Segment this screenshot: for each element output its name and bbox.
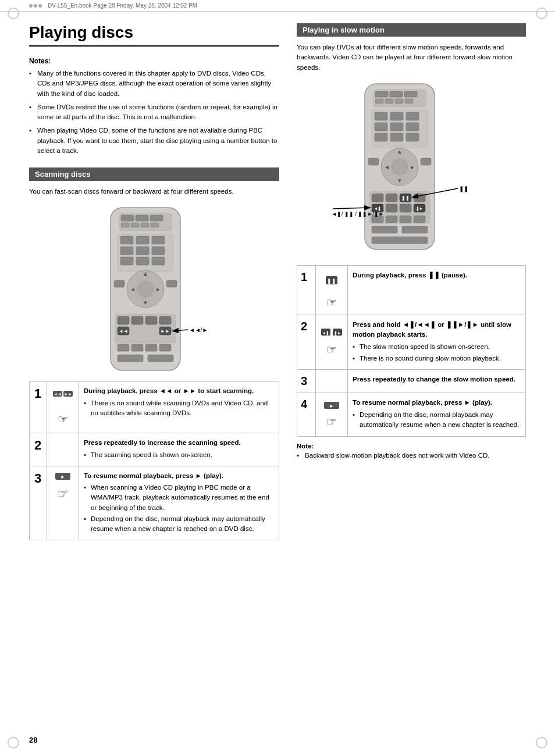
scanning-step-2: 2 Press repeatedly to increase the scann…: [30, 433, 279, 466]
notes-section: Notes: Many of the functions covered in …: [29, 57, 279, 156]
sm-step-3-num: 3: [297, 369, 316, 393]
svg-rect-5: [121, 223, 129, 227]
main-content: Playing discs Notes: Many of the functio…: [0, 12, 555, 558]
slow-motion-remote-container: ▲ ▼ ◄ ► ❚: [297, 81, 526, 257]
svg-rect-57: [375, 99, 383, 104]
svg-rect-18: [152, 257, 165, 265]
svg-rect-87: [386, 204, 397, 212]
sm-step-1-icon: ❚❚ ☞: [316, 265, 348, 315]
svg-rect-40: [118, 355, 143, 362]
right-column: Playing in slow motion You can play DVDs…: [297, 23, 526, 540]
slow-motion-steps-table: 1 ❚❚ ☞ During playback, p: [297, 265, 526, 437]
svg-text:►: ►: [61, 474, 66, 480]
scanning-step-1-text: During playback, press ◄◄ or ►► to start…: [79, 381, 279, 433]
svg-text:►: ►: [410, 164, 415, 170]
slow-motion-step-3: 3 Press repeatedly to change the slow mo…: [297, 369, 526, 393]
svg-rect-38: [145, 344, 157, 351]
svg-rect-12: [152, 236, 165, 244]
svg-text:☞: ☞: [58, 413, 68, 426]
slow-motion-header: Playing in slow motion: [297, 23, 526, 37]
note-item-3: When playing Video CD, some of the funct…: [29, 126, 279, 156]
svg-rect-36: [118, 344, 129, 351]
svg-rect-4: [150, 215, 163, 221]
svg-text:❚►: ❚►: [334, 331, 341, 336]
slow-motion-desc: You can play DVDs at four different slow…: [297, 42, 526, 73]
page-number: 28: [29, 736, 37, 744]
svg-text:►►: ►►: [64, 392, 72, 396]
svg-rect-8: [151, 223, 159, 227]
svg-rect-17: [136, 257, 149, 265]
svg-text:☞: ☞: [58, 487, 68, 500]
svg-text:❚❚: ❚❚: [401, 195, 410, 201]
slow-motion-step-1: 1 ❚❚ ☞ During playback, p: [297, 265, 526, 315]
scanning-section: Scanning discs You can fast-scan discs f…: [29, 167, 279, 540]
sm-step-1-num: 1: [297, 265, 316, 315]
svg-rect-97: [372, 237, 428, 244]
svg-text:◄: ◄: [130, 286, 136, 293]
scanning-remote-svg: ▲ ▼ ◄ ►: [93, 205, 215, 373]
sm-step-4-text: To resume normal playback, press ► (play…: [348, 393, 526, 436]
svg-point-20: [137, 281, 154, 297]
svg-rect-64: [406, 112, 419, 120]
svg-text:◄: ◄: [384, 164, 390, 170]
scanning-steps-table: 1 ◄◄ ►►: [29, 381, 279, 540]
corner-mark-tr: [533, 5, 550, 22]
svg-rect-7: [141, 223, 149, 227]
svg-text:◄◄: ◄◄: [54, 392, 62, 396]
svg-rect-16: [120, 257, 133, 265]
svg-rect-92: [386, 216, 397, 223]
svg-rect-3: [136, 215, 148, 221]
scanning-step-1: 1 ◄◄ ►►: [30, 381, 279, 433]
scanning-header: Scanning discs: [29, 167, 279, 181]
svg-rect-69: [390, 133, 403, 141]
svg-text:▲: ▲: [397, 148, 403, 155]
note-item-1: Many of the functions covered in this ch…: [29, 69, 279, 99]
corner-mark-bl: [5, 734, 22, 751]
slow-motion-remote-svg: ▲ ▼ ◄ ► ❚: [330, 81, 493, 255]
top-bar-dots: [29, 4, 42, 8]
corner-mark-tl: [5, 5, 22, 22]
svg-rect-81: [386, 194, 397, 202]
svg-rect-95: [372, 226, 397, 233]
svg-rect-62: [375, 112, 387, 120]
svg-text:◄❚: ◄❚: [322, 331, 330, 336]
scanning-step-2-icon: [47, 433, 79, 466]
svg-text:►: ►: [155, 286, 161, 293]
scanning-step-3-text: To resume normal playback, press ► (play…: [79, 466, 279, 540]
svg-rect-31: [159, 316, 171, 324]
sm-step-2-icon: ◄❚ ❚► ☞: [316, 315, 348, 369]
svg-rect-6: [131, 223, 139, 227]
notes-list: Many of the functions covered in this ch…: [29, 69, 279, 156]
scanning-step-1-num: 1: [30, 381, 47, 433]
sm-step-2-text: Press and hold ◄❚/◄◄❚ or ❚❚►/❚► until sl…: [348, 315, 526, 369]
svg-rect-96: [402, 226, 428, 233]
scanning-step-2-num: 2: [30, 433, 47, 466]
page-container: DV-L55_En.book Page 28 Friday, May 28, 2…: [0, 0, 555, 756]
scanning-step-1-icon: ◄◄ ►► ☞: [47, 381, 79, 433]
svg-text:☞: ☞: [326, 296, 337, 309]
svg-point-72: [392, 159, 408, 175]
svg-text:▼: ▼: [397, 177, 403, 184]
svg-rect-67: [406, 123, 419, 131]
svg-rect-60: [405, 99, 413, 104]
slow-motion-note: Note: Backward slow-motion playback does…: [297, 443, 526, 459]
svg-rect-68: [375, 133, 387, 141]
svg-rect-93: [400, 216, 411, 223]
sm-step-3-icon: [316, 369, 348, 393]
svg-rect-80: [372, 194, 383, 202]
scanning-step-3-icon: ► ☞: [47, 466, 79, 540]
svg-text:▲: ▲: [143, 270, 148, 277]
corner-mark-br: [533, 734, 550, 751]
svg-rect-26: [166, 280, 177, 287]
svg-rect-54: [375, 91, 388, 97]
svg-rect-28: [118, 316, 129, 324]
svg-rect-15: [152, 247, 165, 255]
notes-label: Notes:: [29, 57, 279, 65]
svg-rect-13: [120, 247, 133, 255]
svg-rect-77: [368, 158, 379, 165]
scanning-remote-wrap: ▲ ▼ ◄ ►: [93, 205, 215, 375]
svg-rect-63: [390, 112, 403, 120]
svg-line-100: [333, 208, 369, 209]
slow-motion-step-4: 4 ► ☞ To resume normal pl: [297, 393, 526, 436]
sm-step-4-num: 4: [297, 393, 316, 436]
